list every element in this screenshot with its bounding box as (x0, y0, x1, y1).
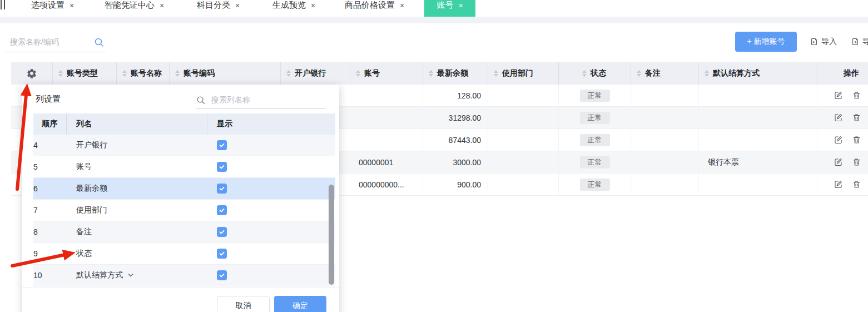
show-checkbox[interactable] (217, 140, 227, 150)
popup-search-placeholder: 搜索列名称 (211, 95, 250, 105)
tab-option-settings[interactable]: 选项设置× (24, 0, 81, 17)
add-account-button[interactable]: + 新增账号 (735, 32, 797, 52)
settlement-cell: 银行本票 (699, 151, 817, 174)
sort-icon (429, 70, 433, 77)
close-icon[interactable]: × (400, 2, 404, 9)
header-department[interactable]: 使用部门 (488, 62, 559, 85)
check-icon (219, 250, 225, 257)
check-icon (219, 142, 225, 148)
status-badge: 正常 (580, 134, 610, 146)
popup-column-table: 顺序 列名 显示 4 开户银行 5 账号 6 最新余额 7 使用部门 8 备注 (33, 113, 335, 286)
search-icon (196, 95, 206, 105)
header-settlement[interactable]: 默认结算方式 (699, 62, 817, 85)
delete-icon[interactable] (852, 91, 861, 100)
tab-voucher-center[interactable]: 智能凭证中心× (98, 0, 171, 17)
sort-icon (175, 70, 180, 77)
balance-cell: 128.00 (423, 85, 488, 107)
popup-scrollbar-thumb[interactable] (329, 185, 334, 285)
delete-icon[interactable] (852, 113, 861, 122)
status-badge: 正常 (580, 156, 610, 169)
chevron-down-icon[interactable] (127, 273, 134, 278)
import-icon (810, 37, 819, 46)
show-checkbox[interactable] (217, 205, 227, 215)
close-icon[interactable]: × (311, 2, 315, 9)
tab-product-price[interactable]: 商品价格设置× (338, 0, 411, 17)
check-icon (219, 272, 225, 279)
sort-icon (286, 70, 291, 77)
edit-icon[interactable] (834, 180, 843, 189)
check-icon (219, 164, 225, 170)
popup-header-show: 显示 (207, 113, 335, 135)
show-checkbox[interactable] (217, 249, 227, 259)
tab-account-active[interactable]: 账号× (424, 0, 475, 17)
check-icon (219, 229, 225, 235)
popup-footer-divider (22, 288, 339, 288)
header-status[interactable]: 状态 (559, 62, 631, 85)
header-latest-balance[interactable]: 最新余额 (423, 62, 488, 85)
popup-header-order: 顺序 (33, 113, 67, 135)
header-bank[interactable]: 开户银行 (281, 62, 350, 85)
popup-search-input[interactable]: 搜索列名称 (196, 91, 326, 109)
popup-header-name: 列名 (67, 113, 207, 135)
sort-icon (582, 70, 587, 77)
popup-row: 10 默认结算方式 (33, 265, 335, 286)
edit-icon[interactable] (834, 157, 843, 167)
show-checkbox[interactable] (217, 270, 227, 280)
balance-cell: 3000.00 (423, 151, 488, 174)
sort-icon (58, 70, 63, 77)
balance-cell: 87443.00 (423, 129, 488, 151)
close-icon[interactable]: × (235, 2, 240, 9)
account-no-cell: 00000001 (350, 151, 423, 174)
sort-icon (122, 70, 127, 77)
edit-icon[interactable] (834, 135, 843, 145)
balance-cell: 31298.00 (423, 107, 488, 129)
show-checkbox[interactable] (217, 227, 227, 237)
header-operation: 操作 (817, 62, 868, 85)
sort-icon (637, 70, 641, 77)
check-icon (219, 207, 225, 214)
import-button[interactable]: 导入 (810, 37, 837, 47)
popup-table-header: 顺序 列名 显示 (33, 113, 335, 135)
search-input[interactable]: 搜索名称/编码 (6, 32, 106, 52)
tab-generate-preview[interactable]: 生成预览× (266, 0, 322, 17)
export-icon (851, 37, 860, 46)
column-settings-cell (11, 62, 53, 85)
page-background-strip (0, 17, 868, 23)
show-checkbox[interactable] (217, 184, 227, 194)
delete-icon[interactable] (852, 135, 861, 145)
popup-row-highlighted: 6 最新余额 (33, 178, 335, 200)
popup-title: 列设置 (36, 94, 61, 105)
show-checkbox[interactable] (217, 162, 227, 172)
delete-icon[interactable] (852, 157, 861, 167)
edit-icon[interactable] (834, 113, 843, 122)
search-icon[interactable] (93, 37, 105, 48)
tab-bar: 选项设置× 智能凭证中心× 科目分类× 生成预览× 商品价格设置× 账号× (0, 0, 868, 17)
status-badge: 正常 (580, 179, 610, 191)
delete-icon[interactable] (852, 180, 861, 189)
close-icon[interactable]: × (160, 2, 164, 9)
tab-subject-category[interactable]: 科目分类× (190, 0, 246, 17)
balance-cell: 900.00 (423, 174, 488, 196)
close-icon[interactable]: × (70, 2, 74, 9)
cancel-button[interactable]: 取消 (217, 296, 270, 312)
search-placeholder: 搜索名称/编码 (6, 37, 93, 47)
popup-row: 5 账号 (33, 156, 335, 178)
header-account-no[interactable]: 账号 (350, 62, 423, 85)
popup-row: 4 开户银行 (33, 135, 335, 156)
column-settings-popup: 列设置 搜索列名称 顺序 列名 显示 4 开户银行 5 账号 6 最新余额 7 … (22, 85, 339, 312)
header-account-name[interactable]: 账号名称 (117, 62, 170, 85)
status-badge: 正常 (580, 112, 610, 124)
close-icon[interactable]: × (458, 2, 463, 9)
table-header-row: 账号类型 账号名称 账号编码 开户银行 账号 最新余额 使用部门 状态 备注 默… (11, 62, 868, 85)
gear-icon[interactable] (26, 68, 37, 79)
header-account-type[interactable]: 账号类型 (53, 62, 117, 85)
header-remark[interactable]: 备注 (631, 62, 699, 85)
header-account-code[interactable]: 账号编码 (170, 62, 281, 85)
check-icon (219, 185, 225, 192)
partial-tab-fragment (1, 0, 5, 9)
status-badge: 正常 (580, 90, 610, 102)
export-button[interactable]: 导出 (851, 37, 868, 47)
confirm-button[interactable]: 确定 (274, 296, 326, 312)
sort-icon (494, 70, 498, 77)
edit-icon[interactable] (834, 91, 843, 100)
